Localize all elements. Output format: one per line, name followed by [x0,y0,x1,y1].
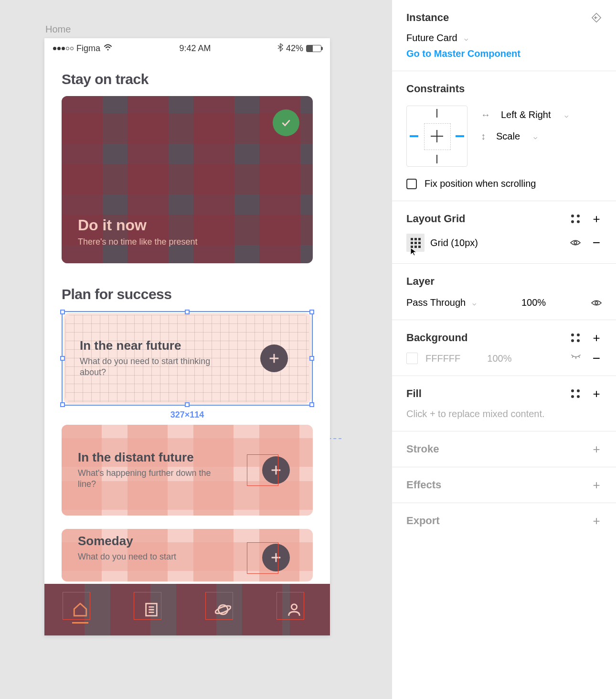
remove-grid-button[interactable]: − [591,237,602,248]
horizontal-constraint-dropdown[interactable]: ↔ Left & Right ⌵ [481,109,568,120]
toggle-layer-visibility-button[interactable] [591,298,602,308]
panel-title-background: Background [406,332,467,344]
background-opacity-input[interactable]: 100% [487,353,511,364]
hero-subtitle: There's no time like the present [78,237,198,247]
hero-card[interactable]: Do it now There's no time like the prese… [62,96,313,263]
future-card[interactable]: In the distant future What's happening f… [62,425,313,516]
go-to-master-link[interactable]: Go to Master Component [406,48,602,59]
battery-pct: 42% [286,43,303,54]
future-card-title: In the distant future [78,450,212,465]
svg-point-4 [292,604,297,610]
svg-point-5 [574,241,577,244]
panel-section-constraints: Constraints ↔ Left & Right ⌵ ↕ Sca [392,71,616,201]
chevron-down-icon: ⌵ [464,34,468,42]
four-dots-icon [571,215,580,223]
selection-dimensions: 327×114 [170,410,204,420]
panel-title-fill: Fill [406,387,422,400]
eye-icon [591,299,602,307]
resize-handle[interactable] [309,402,314,407]
panel-title-layout-grid: Layout Grid [406,213,465,225]
grid-styles-button[interactable] [570,214,581,224]
properties-panel: Instance Future Card ⌵ Go to Master Comp… [392,0,616,699]
battery-icon [306,45,321,52]
tab-list[interactable] [139,598,163,622]
panel-section-layout-grid: Layout Grid + Grid (10px) − [392,201,616,264]
panel-title-layer: Layer [406,275,602,288]
grid-value[interactable]: Grid (10px) [430,237,478,248]
future-cards-list: In the near future What do you need to s… [62,311,313,581]
person-icon [286,602,302,618]
chevron-down-icon: ⌵ [472,299,476,307]
background-styles-button[interactable] [570,333,581,343]
checkmark-badge[interactable] [273,109,299,136]
add-button[interactable] [262,544,290,571]
layer-opacity-input[interactable]: 100% [521,297,546,308]
canvas-area[interactable]: Home Figma 9:42 AM 42% [0,0,392,699]
grid-type-button[interactable] [406,234,425,252]
reset-overrides-button[interactable] [591,12,602,23]
resize-handle[interactable] [309,310,314,314]
add-fill-button[interactable]: + [591,388,602,399]
fill-styles-button[interactable] [570,388,581,399]
status-time: 9:42 AM [179,43,211,54]
future-card-subtitle: What do you need to start thinking about… [80,356,213,378]
tab-home[interactable] [68,598,92,622]
section-title-plan: Plan for success [62,286,313,302]
future-card[interactable]: Someday What do you need to start [62,529,313,581]
add-stroke-button[interactable]: + [591,444,602,454]
frame-content: Stay on track Do it now There's no time … [44,57,330,581]
resize-handle[interactable] [60,310,65,314]
tab-profile[interactable] [282,598,306,622]
frame-label[interactable]: Home [45,24,71,35]
panel-title-effects: Effects [406,479,441,491]
remove-background-button[interactable]: − [591,353,602,364]
svg-point-0 [107,49,109,51]
constraint-widget[interactable] [406,106,467,167]
selected-instance[interactable]: In the near future What do you need to s… [62,311,313,406]
panel-title-instance: Instance [406,11,449,24]
planet-icon [215,602,231,618]
four-dots-icon [571,333,580,342]
horizontal-arrows-icon: ↔ [481,109,490,120]
instance-component-dropdown[interactable]: Future Card ⌵ [406,32,602,43]
eye-icon [570,239,581,247]
panel-section-effects: Effects + [392,467,616,503]
grid-icon [411,238,421,248]
fill-placeholder: Click + to replace mixed content. [406,409,602,419]
add-background-button[interactable]: + [591,333,602,343]
carrier-name: Figma [76,43,100,54]
check-icon [280,117,292,129]
panel-section-export: Export + [392,503,616,538]
panel-section-fill: Fill + Click + to replace mixed content. [392,376,616,431]
toggle-grid-visibility-button[interactable] [570,237,581,248]
blend-mode-dropdown[interactable]: Pass Through ⌵ [406,297,476,308]
fix-position-checkbox-row[interactable]: Fix position when scrolling [406,178,602,189]
chevron-down-icon: ⌵ [564,111,568,119]
bluetooth-icon [277,43,283,54]
hero-text: Do it now There's no time like the prese… [78,216,198,247]
background-hex-input[interactable]: FFFFFF [425,353,460,364]
future-card-title: Someday [78,534,176,548]
tab-explore[interactable] [211,598,235,622]
toggle-background-visibility-button[interactable] [570,353,581,364]
vertical-constraint-dropdown[interactable]: ↕ Scale ⌵ [481,131,568,142]
add-button[interactable] [260,344,288,372]
add-layout-grid-button[interactable]: + [591,214,602,224]
chevron-down-icon: ⌵ [533,133,537,140]
panel-title-stroke: Stroke [406,443,439,455]
reset-icon [591,11,602,24]
add-export-button[interactable]: + [591,516,602,526]
background-swatch[interactable] [406,353,418,364]
list-icon [143,602,159,618]
wifi-icon [103,43,113,54]
checkbox[interactable] [406,179,417,189]
future-card[interactable]: In the near future What do you need to s… [64,313,311,404]
phone-frame[interactable]: Figma 9:42 AM 42% Stay on track [44,38,330,635]
panel-section-instance: Instance Future Card ⌵ Go to Master Comp… [392,0,616,71]
future-card-title: In the near future [80,338,213,353]
add-effect-button[interactable]: + [591,480,602,490]
add-button[interactable] [262,456,290,484]
hero-title: Do it now [78,216,198,234]
resize-handle[interactable] [60,402,65,407]
section-title-track: Stay on track [62,71,313,87]
